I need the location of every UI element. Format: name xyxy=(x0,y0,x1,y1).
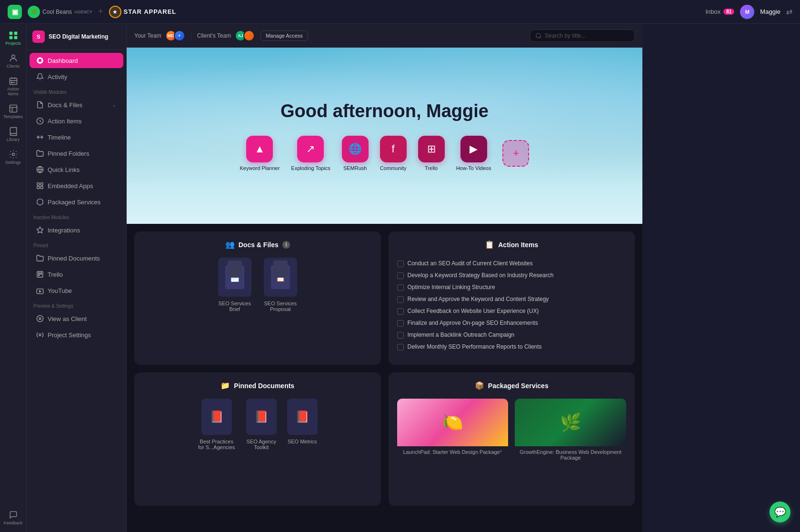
svg-marker-24 xyxy=(40,291,41,292)
service-label-1: LaunchPad: Starter Web Design Package° xyxy=(397,446,509,458)
packaged-services-title: Packaged Services xyxy=(488,382,549,390)
client-team-avatar-2 xyxy=(243,30,255,41)
main-content: Your Team MD + Client's Team AJ Manage A… xyxy=(127,24,642,532)
nav-item-templates[interactable]: Templates xyxy=(2,101,25,122)
sidebar-item-integrations[interactable]: Integrations xyxy=(30,222,123,238)
svg-point-4 xyxy=(11,55,15,58)
sidebar-item-project-settings[interactable]: Project Settings xyxy=(30,327,123,342)
sidebar-item-docs[interactable]: Docs & Files ⌄ xyxy=(30,97,123,112)
service-card-1[interactable]: 🍋 LaunchPad: Starter Web Design Package° xyxy=(397,399,509,463)
hero-icon-keyword-planner[interactable]: ▲ Keyword Planner xyxy=(240,136,280,171)
sidebar-item-pinned-docs[interactable]: Pinned Documents xyxy=(30,251,123,266)
pinned-doc-2[interactable]: 📕 SEO Agency Toolkit xyxy=(242,399,280,450)
doc-item-1[interactable]: 📄 SEO Services Brief xyxy=(216,258,254,312)
search-icon xyxy=(535,32,542,39)
doc-name-2: SEO Services Proposal xyxy=(261,301,300,312)
pinned-docs-icon: 📁 xyxy=(220,381,230,390)
hero-icons-row: ▲ Keyword Planner ↗ Exploding Topics 🌐 S… xyxy=(240,136,530,171)
your-team-section: Your Team MD + xyxy=(134,30,185,41)
pinned-doc-1[interactable]: 📕 Best Practices for S...Agencies xyxy=(198,399,236,450)
action-item-2: Develop a Keyword Strategy Based on Indu… xyxy=(397,270,627,281)
svg-point-27 xyxy=(39,334,41,336)
manage-access-button[interactable]: Manage Access xyxy=(260,30,308,41)
hero-icon-trello[interactable]: ⊞ Trello xyxy=(418,136,445,171)
checkbox-2[interactable] xyxy=(397,272,404,279)
inbox-button[interactable]: Inbox 81 xyxy=(705,8,734,15)
hero-icon-how-to-videos[interactable]: ▶ How-To Videos xyxy=(456,136,491,171)
community-label: Community xyxy=(380,165,407,171)
service-label-2: GrowthEngine: Business Web Development P… xyxy=(515,446,626,463)
app-logo[interactable]: ▣ xyxy=(8,5,22,19)
action-item-5: Collect Feedback on Website User Experie… xyxy=(397,305,627,317)
action-items-card: 📋 Action Items Conduct an SEO Audit of C… xyxy=(389,231,635,365)
packaged-services-card: 📦 Packaged Services 🍋 LaunchPad: Starter… xyxy=(389,372,635,506)
service-card-2[interactable]: 🌿 GrowthEngine: Business Web Development… xyxy=(515,399,626,463)
client-brand[interactable]: ★ STAR APPAREL xyxy=(109,6,177,18)
sidebar-item-embedded-apps[interactable]: Embedded Apps xyxy=(30,178,123,193)
action-item-7: Implement a Backlink Outreach Campaign xyxy=(397,329,627,341)
feedback-button[interactable]: Feedback xyxy=(1,508,26,528)
username[interactable]: Maggie xyxy=(760,8,780,15)
checkbox-5[interactable] xyxy=(397,308,404,315)
svg-marker-19 xyxy=(37,227,43,233)
checkbox-1[interactable] xyxy=(397,261,404,267)
svg-rect-20 xyxy=(37,271,43,277)
doc-item-2[interactable]: 📋 SEO Services Proposal xyxy=(261,258,300,312)
hero-add-button[interactable]: + xyxy=(502,140,529,167)
action-item-4: Review and Approve the Keyword and Conte… xyxy=(397,293,627,305)
inbox-badge: 81 xyxy=(723,9,734,15)
pinned-doc-3[interactable]: 📕 SEO Metrics xyxy=(287,399,318,450)
project-header[interactable]: S SEO Digital Marketing xyxy=(27,24,126,50)
checkbox-4[interactable] xyxy=(397,296,404,303)
checkbox-7[interactable] xyxy=(397,332,404,339)
pinned-docs-card: 📁 Pinned Documents 📕 Best Practices for … xyxy=(134,372,381,506)
sidebar-item-youtube[interactable]: YouTube xyxy=(30,283,123,298)
agency-logo[interactable]: 🌿 Cool Beans AGENCY xyxy=(28,6,92,18)
service-img-1: 🍋 xyxy=(397,399,509,446)
checkbox-8[interactable] xyxy=(397,344,404,351)
sidebar-item-pinned-folders[interactable]: Pinned Folders xyxy=(30,146,123,161)
checkbox-3[interactable] xyxy=(397,284,404,291)
checkbox-6[interactable] xyxy=(397,320,404,327)
search-input[interactable] xyxy=(545,32,630,39)
sidebar-item-timeline[interactable]: Timeline xyxy=(30,130,123,145)
user-avatar[interactable]: M xyxy=(740,5,754,19)
svg-rect-3 xyxy=(14,36,17,40)
svg-line-29 xyxy=(540,37,541,38)
hero-icon-community[interactable]: f Community xyxy=(380,136,407,171)
sidebar-item-dashboard[interactable]: Dashboard xyxy=(30,53,123,68)
svg-rect-17 xyxy=(40,186,43,189)
content-area: Good afternoon, Maggie ▲ Keyword Planner… xyxy=(127,48,642,532)
hero-icon-exploding-topics[interactable]: ↗ Exploding Topics xyxy=(291,136,330,171)
svg-rect-5 xyxy=(10,78,17,84)
nav-item-action-items[interactable]: Action Items xyxy=(2,73,25,99)
sidebar-item-trello[interactable]: Trello xyxy=(30,267,123,282)
chat-bubble[interactable]: 💬 xyxy=(770,502,790,522)
sidebar-item-activity[interactable]: Activity xyxy=(30,69,123,84)
svg-rect-21 xyxy=(39,273,40,276)
hero-icon-semrush[interactable]: 🌐 SEMRush xyxy=(342,136,369,171)
how-to-videos-label: How-To Videos xyxy=(456,165,491,171)
search-box xyxy=(530,30,635,42)
sidebar-item-view-as-client[interactable]: View as Client xyxy=(30,311,123,326)
svg-rect-1 xyxy=(14,32,17,35)
divider xyxy=(191,30,191,41)
doc-icon-1: 📄 xyxy=(218,258,251,297)
inactive-modules-label: Inactive Modules xyxy=(27,210,126,222)
svg-rect-7 xyxy=(10,105,17,112)
sidebar: S SEO Digital Marketing Dashboard Activi… xyxy=(27,24,127,532)
sidebar-item-quick-links[interactable]: Quick Links xyxy=(30,162,123,177)
sidebar-item-packaged-services[interactable]: Packaged Services xyxy=(30,194,123,210)
doc-name-1: SEO Services Brief xyxy=(216,301,254,312)
nav-item-settings[interactable]: Settings xyxy=(2,147,25,168)
nav-item-clients[interactable]: Clients xyxy=(2,50,25,71)
cards-grid: 👥 Docs & Files ℹ 📄 SEO Services Brief 📋 xyxy=(127,224,642,513)
sidebar-item-action-items[interactable]: Action Items xyxy=(30,113,123,129)
pinned-label: Pinned xyxy=(27,238,126,250)
topbar-plus: + xyxy=(98,7,103,17)
refresh-icon[interactable]: ⇄ xyxy=(786,7,792,16)
action-item-1: Conduct an SEO Audit of Current Client W… xyxy=(397,258,627,270)
docs-info-icon[interactable]: ℹ xyxy=(282,241,290,249)
nav-item-library[interactable]: Library xyxy=(2,124,25,145)
nav-item-projects[interactable]: Projects xyxy=(2,28,25,49)
